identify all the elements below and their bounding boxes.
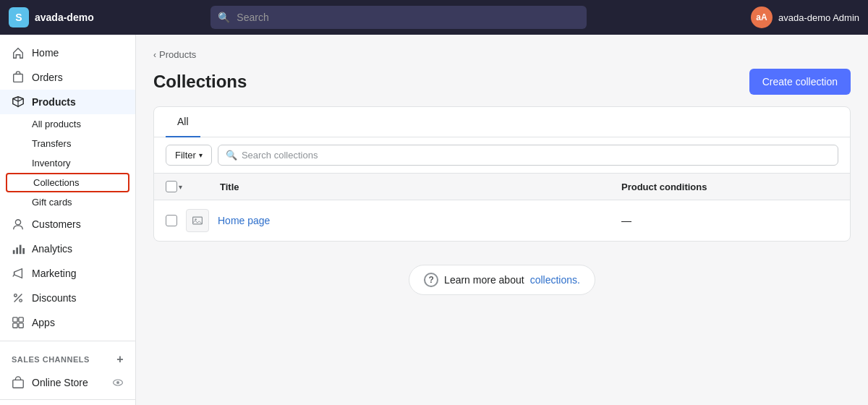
apps-icon	[12, 316, 25, 329]
brand[interactable]: S avada-demo	[9, 7, 124, 27]
sidebar-item-products[interactable]: Products	[0, 90, 135, 114]
row-checkbox[interactable]	[166, 215, 177, 226]
svg-rect-8	[13, 317, 17, 322]
sidebar-sub-inventory[interactable]: Inventory	[0, 153, 135, 173]
collections-label: Collections	[33, 177, 80, 188]
sidebar-nav: Home Orders Products All products Transf…	[0, 35, 135, 399]
svg-rect-11	[19, 323, 23, 328]
col-conditions-header: Product conditions	[621, 182, 838, 192]
gift-cards-label: Gift cards	[32, 197, 72, 208]
sidebar-item-apps[interactable]: Apps	[0, 310, 135, 335]
filter-label: Filter	[175, 150, 196, 161]
page-header: Collections Create collection	[153, 69, 851, 95]
svg-rect-3	[16, 247, 18, 254]
help-icon: ?	[424, 273, 438, 287]
discounts-icon	[12, 291, 25, 304]
col-title-header: Title	[220, 182, 613, 192]
learn-more-link[interactable]: collections.	[530, 274, 580, 286]
topnav: S avada-demo 🔍 aA avada-demo Admin	[0, 0, 868, 35]
main-content: ‹ Products Collections Create collection…	[136, 35, 868, 405]
eye-icon[interactable]	[112, 377, 124, 388]
sidebar-sub-transfers[interactable]: Transfers	[0, 134, 135, 153]
sidebar-item-analytics-label: Analytics	[32, 243, 72, 255]
svg-rect-5	[22, 248, 25, 254]
home-icon	[12, 46, 25, 59]
store-name: avada-demo	[35, 12, 94, 23]
sidebar-item-marketing[interactable]: Marketing	[0, 261, 135, 286]
table-header: ▾ Title Product conditions	[154, 174, 850, 200]
sales-channels-header: SALES CHANNELS +	[0, 347, 135, 372]
learn-more-wrap: ? Learn more about collections.	[153, 242, 851, 318]
sidebar-item-discounts-label: Discounts	[32, 292, 76, 304]
online-store-icon	[12, 376, 25, 389]
sidebar-item-discounts[interactable]: Discounts	[0, 286, 135, 310]
sidebar-item-marketing-label: Marketing	[32, 268, 76, 279]
online-store-left: Online Store	[12, 376, 88, 389]
checkbox-area: ▾	[166, 181, 182, 192]
sidebar-bottom: Settings	[0, 399, 135, 405]
svg-rect-2	[13, 250, 15, 254]
filter-button[interactable]: Filter ▾	[166, 145, 212, 166]
search-collections-icon: 🔍	[226, 150, 237, 161]
user-area: aA avada-demo Admin	[751, 7, 859, 28]
search-bar: 🔍	[210, 6, 587, 29]
avatar[interactable]: aA	[751, 7, 773, 28]
search-collections-bar: 🔍	[218, 145, 838, 166]
sales-channels-label: SALES CHANNELS	[12, 355, 90, 364]
breadcrumb-chevron-icon: ‹	[153, 50, 156, 60]
row-title-link[interactable]: Home page	[218, 215, 613, 226]
orders-icon	[12, 71, 25, 84]
sidebar-sub-collections[interactable]: Collections	[6, 173, 129, 192]
sidebar: Home Orders Products All products Transf…	[0, 35, 136, 405]
svg-rect-12	[13, 380, 23, 388]
analytics-icon	[12, 242, 25, 255]
sidebar-item-online-store[interactable]: Online Store	[0, 372, 135, 393]
page-title: Collections	[153, 72, 247, 92]
filter-chevron-icon: ▾	[199, 151, 203, 159]
row-thumbnail	[186, 209, 209, 232]
inventory-label: Inventory	[32, 158, 70, 169]
sidebar-item-customers[interactable]: Customers	[0, 212, 135, 236]
customers-icon	[12, 218, 25, 231]
row-conditions: —	[621, 215, 838, 226]
sidebar-item-orders[interactable]: Orders	[0, 65, 135, 90]
checkbox-chevron-icon[interactable]: ▾	[179, 183, 182, 191]
breadcrumb-text: Products	[159, 49, 196, 60]
table-row: Home page —	[154, 200, 850, 241]
marketing-icon	[12, 267, 25, 280]
svg-rect-10	[13, 323, 17, 328]
add-sales-channel-button[interactable]: +	[116, 353, 124, 366]
tab-all[interactable]: All	[166, 107, 200, 137]
sidebar-item-products-label: Products	[32, 96, 76, 108]
sidebar-item-home[interactable]: Home	[0, 40, 135, 65]
sidebar-sub-all-products[interactable]: All products	[0, 114, 135, 134]
svg-point-1	[15, 220, 20, 225]
tabs-bar: All	[154, 107, 850, 137]
breadcrumb[interactable]: ‹ Products	[153, 49, 851, 60]
filter-bar: Filter ▾ 🔍	[154, 137, 850, 174]
layout: Home Orders Products All products Transf…	[0, 35, 868, 405]
sidebar-item-home-label: Home	[32, 47, 59, 59]
collections-card: All Filter ▾ 🔍 ▾ Title Product condit	[153, 106, 851, 242]
products-icon	[12, 95, 25, 108]
search-collections-input[interactable]	[242, 150, 830, 161]
learn-more-text: Learn more about	[444, 274, 524, 286]
search-icon: 🔍	[218, 12, 230, 23]
sidebar-sub-gift-cards[interactable]: Gift cards	[0, 192, 135, 212]
select-all-checkbox[interactable]	[166, 181, 177, 192]
svg-rect-9	[19, 317, 23, 322]
all-products-label: All products	[32, 119, 81, 129]
search-input[interactable]	[210, 6, 587, 29]
online-store-label: Online Store	[32, 377, 88, 388]
sidebar-item-customers-label: Customers	[32, 218, 81, 230]
user-name: avada-demo Admin	[778, 12, 859, 23]
svg-point-14	[116, 381, 119, 384]
sidebar-item-orders-label: Orders	[32, 72, 63, 83]
create-collection-button[interactable]: Create collection	[749, 69, 851, 95]
nav-divider	[0, 341, 135, 341]
sidebar-item-analytics[interactable]: Analytics	[0, 236, 135, 261]
svg-point-6	[14, 294, 17, 297]
svg-point-7	[20, 299, 22, 302]
brand-icon: S	[9, 7, 29, 27]
learn-more-pill: ? Learn more about collections.	[409, 265, 595, 295]
